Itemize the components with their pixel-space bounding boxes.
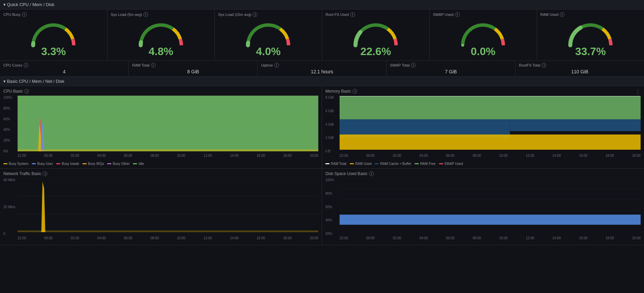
stat-cell-4: RootFS Total ℹ 110 GiB <box>515 61 644 76</box>
legend-item: RAM Used <box>350 162 371 166</box>
stat-label-1: RAM Total ℹ <box>132 63 254 68</box>
svg-rect-26 <box>340 135 641 150</box>
cpu-chart-cell: CPU Basic ℹ 100%80%60%40%20%0% <box>0 86 322 169</box>
legend-dot <box>3 163 7 164</box>
stat-value-0: 4 <box>3 69 125 74</box>
disk-chart-info-icon[interactable]: ℹ <box>369 171 374 176</box>
memory-chart-inner <box>340 96 641 153</box>
basic-section-header[interactable]: ▾ Basic CPU / Mem / Net / Disk <box>0 77 644 86</box>
quick-section-header[interactable]: ▾ Quick CPU / Mem / Disk <box>0 0 644 9</box>
stat-info-icon-2[interactable]: ℹ <box>274 63 279 68</box>
legend-item: RAM Free <box>415 162 436 166</box>
stat-cell-3: SWAP Total ℹ 7 GiB <box>387 61 515 76</box>
gauge-info-icon-5[interactable]: ℹ <box>560 12 565 17</box>
legend-dot <box>32 163 36 164</box>
svg-rect-12 <box>18 96 318 151</box>
legend-dot <box>415 163 419 164</box>
cpu-y-labels: 100%80%60%40%20%0% <box>3 96 16 153</box>
basic-panel: ▾ Basic CPU / Mem / Net / Disk CPU Basic… <box>0 77 644 245</box>
stat-value-3: 7 GiB <box>390 69 512 74</box>
stat-label-2: Uptime ℹ <box>261 63 383 68</box>
memory-legend: RAM Total RAM Used RAM Cache + Buffer RA… <box>325 162 641 166</box>
gauge-cell-2: Sys Load (15m avg) ℹ 4.0% <box>215 9 322 60</box>
gauge-info-icon-3[interactable]: ℹ <box>350 12 355 17</box>
legend-dot <box>325 163 329 164</box>
memory-chart-cell: Memory Basic ℹ ⋮ 8 GiB6 GiB4 GiB2 GiB0 B <box>322 86 644 169</box>
memory-y-labels: 8 GiB6 GiB4 GiB2 GiB0 B <box>325 96 338 153</box>
legend-item: Busy System <box>3 162 28 166</box>
memory-menu-icon[interactable]: ⋮ <box>635 89 641 95</box>
disk-chart-title: Disk Space Used Basic ℹ <box>325 171 641 176</box>
stat-label-0: CPU Cores ℹ <box>3 63 125 68</box>
stat-cell-0: CPU Cores ℹ 4 <box>0 61 129 76</box>
gauge-info-icon-1[interactable]: ℹ <box>143 12 148 17</box>
svg-marker-31 <box>41 181 45 232</box>
gauge-info-icon-2[interactable]: ℹ <box>253 12 257 17</box>
legend-item: RAM Cache + Buffer <box>375 162 411 166</box>
gauge-label-1: Sys Load (5m avg) ℹ <box>111 12 148 17</box>
cpu-chart-title: CPU Basic ℹ <box>3 89 318 94</box>
gauge-cell-0: CPU Busy ℹ 3.3% <box>0 9 108 60</box>
stat-label-4: RootFS Total ℹ <box>519 63 641 68</box>
svg-rect-25 <box>510 119 641 131</box>
gauge-info-icon-4[interactable]: ℹ <box>455 12 460 17</box>
disk-chart-cell: Disk Space Used Basic ℹ 100%80%60%40%20% <box>322 169 644 245</box>
legend-dot <box>439 163 443 164</box>
cpu-legend: Busy System Busy User Busy Iowait Busy I… <box>3 162 318 166</box>
cpu-chart-info-icon[interactable]: ℹ <box>24 89 29 94</box>
network-chart-cell: Network Traffic Basic ℹ 40 Mb/s20 Mb/s0 <box>0 169 322 245</box>
cpu-chart-inner <box>18 96 318 153</box>
memory-chart-info-icon[interactable]: ℹ <box>352 89 357 94</box>
network-chart-inner <box>18 178 318 236</box>
stat-cell-1: RAM Total ℹ 8 GiB <box>129 61 258 76</box>
svg-point-5 <box>569 44 572 47</box>
gauge-wrap-5 <box>564 18 618 49</box>
legend-item: Busy Iowait <box>56 162 79 166</box>
memory-chart-title: Memory Basic ℹ ⋮ <box>325 89 641 94</box>
legend-dot <box>83 163 87 164</box>
gauge-wrap-2 <box>241 18 295 49</box>
gauge-label-4: SWAP Used ℹ <box>433 12 460 17</box>
memory-x-labels: 22:0000:0002:0004:0006:0008:0010:0012:00… <box>340 154 641 160</box>
stat-value-4: 110 GiB <box>519 69 641 74</box>
disk-y-labels: 100%80%60%40%20% <box>325 178 338 236</box>
legend-item: Busy User <box>32 162 53 166</box>
gauge-wrap-4 <box>456 18 510 49</box>
disk-x-labels: 22:0000:0002:0004:0006:0008:0010:0012:00… <box>340 236 641 242</box>
stat-value-1: 8 GiB <box>132 69 254 74</box>
stat-cell-2: Uptime ℹ 12.1 hours <box>258 61 387 76</box>
gauge-label-0: CPU Busy ℹ <box>3 12 27 17</box>
gauge-wrap-0 <box>26 18 80 49</box>
legend-item: RAM Total <box>325 162 346 166</box>
legend-item: Busy IRQs <box>83 162 104 166</box>
stat-info-icon-1[interactable]: ℹ <box>151 63 156 68</box>
stat-info-icon-0[interactable]: ℹ <box>24 63 28 68</box>
legend-dot <box>107 163 111 164</box>
stat-info-icon-4[interactable]: ℹ <box>542 63 546 68</box>
svg-point-3 <box>354 44 357 47</box>
gauge-wrap-1 <box>134 18 188 49</box>
gauge-cell-5: RAM Used ℹ 33.7% <box>537 9 644 60</box>
quick-panel: ▾ Quick CPU / Mem / Disk CPU Busy ℹ 3.3%… <box>0 0 644 77</box>
legend-dot <box>56 163 60 164</box>
network-chart-info-icon[interactable]: ℹ <box>43 171 47 176</box>
cpu-x-labels: 22:0000:0002:0004:0006:0008:0010:0012:00… <box>18 154 318 160</box>
svg-rect-38 <box>340 215 641 225</box>
network-y-labels: 40 Mb/s20 Mb/s0 <box>3 178 16 236</box>
gauge-cell-1: Sys Load (5m avg) ℹ 4.8% <box>108 9 215 60</box>
legend-dot <box>375 163 379 164</box>
svg-point-4 <box>461 44 464 47</box>
legend-item: Busy Other <box>107 162 130 166</box>
legend-dot <box>133 163 137 164</box>
gauge-info-icon-0[interactable]: ℹ <box>22 12 27 17</box>
gauge-cell-3: Root FS Used ℹ 22.6% <box>322 9 430 60</box>
gauge-label-5: RAM Used ℹ <box>540 12 565 17</box>
gauge-label-3: Root FS Used ℹ <box>326 12 355 17</box>
stat-label-3: SWAP Total ℹ <box>390 63 512 68</box>
stat-info-icon-3[interactable]: ℹ <box>411 63 416 68</box>
legend-item: Idle <box>133 162 144 166</box>
svg-point-2 <box>247 44 249 47</box>
svg-rect-32 <box>18 230 318 232</box>
gauge-label-2: Sys Load (15m avg) ℹ <box>218 12 257 17</box>
legend-item: SWAP Used <box>439 162 463 166</box>
